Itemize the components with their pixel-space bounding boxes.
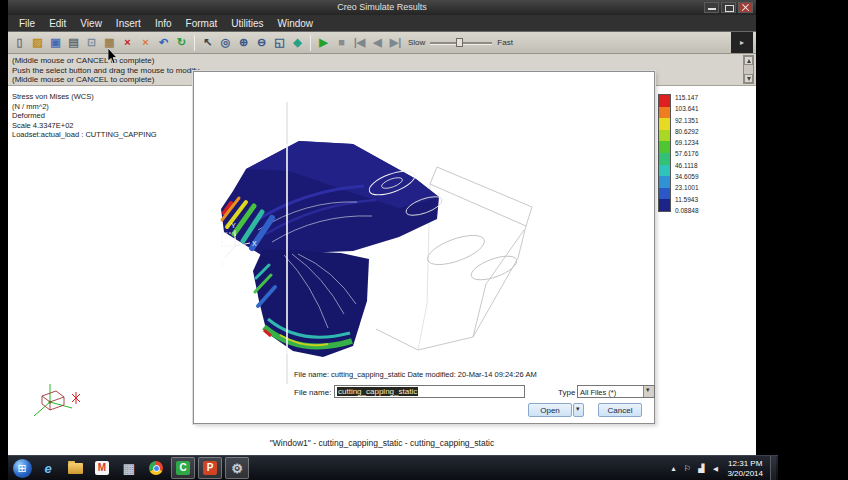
scroll-up-icon[interactable] xyxy=(744,56,753,65)
next-frame-icon[interactable]: ▶| xyxy=(387,34,404,51)
zoom-out-icon[interactable]: ⊖ xyxy=(253,34,270,51)
menu-item-file[interactable]: File xyxy=(12,18,42,29)
legend-bands xyxy=(658,94,671,212)
svg-text:Y: Y xyxy=(231,222,236,229)
legend-value: 11.5943 xyxy=(675,196,699,203)
taskbar-clock[interactable]: 12:31 PM 3/20/2014 xyxy=(724,459,766,478)
repaint-icon[interactable]: ◆ xyxy=(289,34,306,51)
select-arrow-icon[interactable]: ↖ xyxy=(199,34,216,51)
menu-item-view[interactable]: View xyxy=(73,18,109,29)
prev-frame-icon[interactable]: ◀ xyxy=(369,34,386,51)
legend-band-8 xyxy=(659,188,670,200)
legend-band-4 xyxy=(659,141,670,153)
toolbar-separator xyxy=(194,35,195,51)
powerpoint-icon[interactable]: P xyxy=(198,457,222,479)
gmail-icon[interactable]: M xyxy=(90,457,114,479)
internet-explorer-icon[interactable]: e xyxy=(36,457,60,479)
result-deformed: Deformed xyxy=(12,111,157,121)
animation-speed-slider[interactable] xyxy=(430,37,492,48)
refit-icon[interactable]: ◱ xyxy=(271,34,288,51)
stop-icon[interactable]: ■ xyxy=(333,34,350,51)
result-quantity: Stress von Mises (WCS) xyxy=(12,92,157,102)
creo-app-icon[interactable]: C xyxy=(171,457,195,479)
menu-item-info[interactable]: Info xyxy=(148,18,179,29)
creo-simulate-window: Creo Simulate Results File Edit View Ins… xyxy=(8,0,756,455)
chrome-icon[interactable] xyxy=(144,457,168,479)
undo-icon[interactable]: ↶ xyxy=(155,34,172,51)
refresh-icon[interactable]: ↻ xyxy=(173,34,190,51)
menu-item-utilities[interactable]: Utilities xyxy=(224,18,270,29)
desktop: Creo Simulate Results File Edit View Ins… xyxy=(8,0,778,480)
settings-gear-icon[interactable]: ⚙ xyxy=(225,457,249,479)
show-desktop-button[interactable] xyxy=(770,456,776,480)
hidden-icons-chevron-icon[interactable] xyxy=(668,464,678,473)
legend-value: 92.1351 xyxy=(675,117,699,124)
legend-value: 0.08848 xyxy=(675,207,699,214)
mouse-cursor xyxy=(108,48,118,64)
fringe-legend: 115.147103.64192.135180.629269.123457.61… xyxy=(658,94,699,214)
svg-text:X: X xyxy=(252,240,257,247)
legend-band-1 xyxy=(659,107,670,119)
erase-icon[interactable]: × xyxy=(137,34,154,51)
media-app-icon[interactable]: ▦ xyxy=(117,457,141,479)
result-legend-info: Stress von Mises (WCS) (N / mm^2) Deform… xyxy=(12,92,157,140)
legend-value: 115.147 xyxy=(675,94,699,101)
zoom-in-icon[interactable]: ⊕ xyxy=(235,34,252,51)
legend-value: 69.1234 xyxy=(675,139,699,146)
legend-band-5 xyxy=(659,153,670,165)
action-center-flag-icon[interactable] xyxy=(682,464,692,473)
cancel-button[interactable]: Cancel xyxy=(598,403,642,417)
start-button[interactable]: ⊞ xyxy=(11,457,33,479)
first-frame-icon[interactable]: |◀ xyxy=(351,34,368,51)
file-info-line: File name: cutting_capping_static Date m… xyxy=(294,370,537,379)
minimize-icon[interactable] xyxy=(704,2,719,13)
result-window[interactable]: YXZ File name: cutting_capping_static Da… xyxy=(193,71,655,424)
network-icon[interactable] xyxy=(696,464,706,473)
taskbar-apps: ⊞eM▦CP⚙ xyxy=(8,457,249,479)
menu-item-window[interactable]: Window xyxy=(270,18,320,29)
legend-value: 57.6176 xyxy=(675,150,699,157)
spin-center-axes xyxy=(20,378,90,424)
copy-icon[interactable]: ⊡ xyxy=(83,34,100,51)
message-line: (Middle mouse or CANCEL to complete) xyxy=(12,56,752,66)
file-type-label: Type xyxy=(558,388,575,397)
open-options-arrow-icon[interactable] xyxy=(573,403,584,417)
toolbar: ▯▨▣▤⊡▦××↶↻↖◎⊕⊖◱◆▶■|◀◀▶| Slow Fast xyxy=(8,31,756,54)
toolbar-icons: ▯▨▣▤⊡▦××↶↻↖◎⊕⊖◱◆▶■|◀◀▶| xyxy=(11,34,404,51)
zoom-box-icon[interactable]: ◎ xyxy=(217,34,234,51)
taskbar: ⊞eM▦CP⚙ 12:31 PM 3/20/2014 xyxy=(8,455,778,480)
chevron-down-icon[interactable] xyxy=(643,386,654,397)
file-name-input[interactable]: cutting_capping_static xyxy=(334,385,525,398)
close-icon[interactable] xyxy=(738,2,753,13)
folder-explorer-icon[interactable] xyxy=(63,457,87,479)
scroll-down-icon[interactable] xyxy=(744,74,753,83)
toolbar-separator xyxy=(310,35,311,51)
menu-item-edit[interactable]: Edit xyxy=(42,18,73,29)
menu-item-insert[interactable]: Insert xyxy=(109,18,148,29)
slider-thumb[interactable] xyxy=(456,38,463,47)
file-name-label: File name: xyxy=(294,388,331,397)
result-units: (N / mm^2) xyxy=(12,102,157,112)
deformed-model xyxy=(221,141,444,357)
file-type-select[interactable]: All Files (*) xyxy=(577,385,655,398)
save-icon[interactable]: ▣ xyxy=(47,34,64,51)
legend-value: 23.1001 xyxy=(675,184,699,191)
animation-slow-label: Slow xyxy=(408,38,425,47)
open-file-icon[interactable]: ▨ xyxy=(29,34,46,51)
video-frame: Creo Simulate Results File Edit View Ins… xyxy=(0,0,848,480)
print-icon[interactable]: ▤ xyxy=(65,34,82,51)
system-tray: 12:31 PM 3/20/2014 xyxy=(668,456,776,480)
legend-value: 34.6059 xyxy=(675,173,699,180)
svg-text:Z: Z xyxy=(220,260,225,267)
play-icon[interactable]: ▶ xyxy=(315,34,332,51)
open-button[interactable]: Open xyxy=(528,403,572,417)
menu-item-format[interactable]: Format xyxy=(179,18,225,29)
volume-icon[interactable] xyxy=(710,464,720,473)
maximize-icon[interactable] xyxy=(721,2,736,13)
message-scrollbar[interactable] xyxy=(743,55,754,84)
delete-icon[interactable]: × xyxy=(119,34,136,51)
toolbar-overflow-panel[interactable] xyxy=(731,32,753,53)
legend-labels: 115.147103.64192.135180.629269.123457.61… xyxy=(675,94,699,214)
new-file-icon[interactable]: ▯ xyxy=(11,34,28,51)
title-bar[interactable]: Creo Simulate Results xyxy=(8,0,756,15)
